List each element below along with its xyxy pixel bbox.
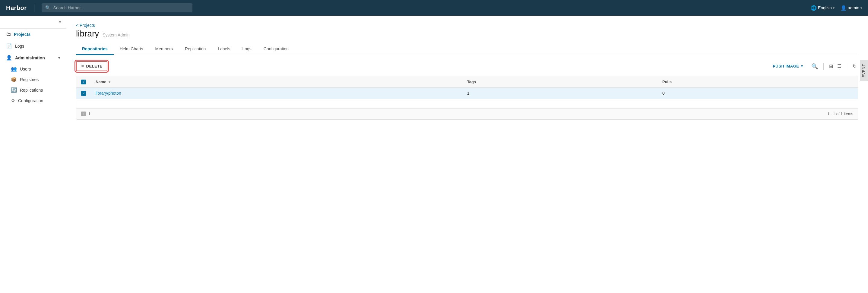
search-bar[interactable]: 🔍	[42, 3, 192, 12]
logs-icon: 📄	[6, 43, 12, 49]
language-label: English	[818, 5, 832, 10]
push-image-button[interactable]: PUSH IMAGE ▾	[769, 62, 807, 70]
administration-label: Administration	[15, 56, 45, 60]
table-header-row: ✓ Name ▾ Tags Pulls	[76, 76, 858, 88]
tab-replication[interactable]: Replication	[179, 43, 212, 55]
name-column-header[interactable]: Name ▾	[91, 76, 462, 88]
projects-icon: 🗂	[6, 32, 11, 37]
search-icon: 🔍	[45, 5, 51, 10]
repositories-table-wrapper: ✓ Name ▾ Tags Pulls	[76, 76, 858, 120]
layout: « 🗂 Projects 📄 Logs 👤 Administration ▾ 👥…	[0, 16, 868, 293]
nav-divider	[34, 4, 34, 12]
footer-selected-count: 1	[88, 111, 91, 116]
tab-helm-charts[interactable]: Helm Charts	[114, 43, 149, 55]
table-empty-spacer	[76, 99, 858, 108]
footer-pagination: 1 - 1 of 1 items	[827, 111, 853, 116]
toolbar-divider-2	[847, 63, 847, 70]
repositories-table: ✓ Name ▾ Tags Pulls	[76, 76, 858, 108]
sidebar-item-label: Logs	[15, 44, 24, 48]
select-all-th: ✓	[76, 76, 91, 88]
table-header: ✓ Name ▾ Tags Pulls	[76, 76, 858, 88]
sidebar-item-users[interactable]: 👥 Users	[6, 64, 66, 74]
delete-button[interactable]: ✕ DELETE	[76, 61, 107, 71]
tab-members[interactable]: Members	[149, 43, 179, 55]
topnav-right: 🌐 English ▾ 👤 admin ▾	[811, 5, 862, 11]
sidebar-admin-sub: 👥 Users 📦 Registries 🔄 Replications ⚙ Co…	[0, 64, 66, 106]
sidebar-item-logs[interactable]: 📄 Logs	[0, 40, 66, 52]
sidebar-collapse-area: «	[0, 16, 66, 29]
sidebar-item-label: Projects	[14, 32, 30, 37]
search-input[interactable]	[53, 5, 189, 10]
table-body: ✓ library/photon 1 0	[76, 88, 858, 108]
sidebar-section-administration[interactable]: 👤 Administration ▾	[0, 52, 66, 64]
sidebar-item-label: Replications	[20, 88, 43, 93]
chevron-down-icon: ▾	[801, 64, 803, 68]
users-icon: 👥	[11, 66, 17, 72]
globe-icon: 🌐	[811, 5, 817, 11]
repo-name-cell: library/photon	[91, 88, 462, 99]
tab-configuration[interactable]: Configuration	[257, 43, 294, 55]
registries-icon: 📦	[11, 76, 17, 82]
table-footer: ✓ 1 1 - 1 of 1 items	[76, 108, 858, 119]
sidebar-collapse-button[interactable]: «	[59, 19, 61, 25]
row-checkbox-cell: ✓	[76, 88, 91, 99]
row-checkbox[interactable]: ✓	[81, 91, 86, 96]
topnav: Harbor 🔍 🌐 English ▾ 👤 admin ▾	[0, 0, 868, 16]
tab-repositories[interactable]: Repositories	[76, 43, 114, 55]
x-icon: ✕	[81, 64, 85, 68]
chevron-down-icon: ▾	[833, 6, 835, 10]
admin-icon: 👤	[6, 55, 12, 61]
user-icon: 👤	[841, 5, 846, 11]
sidebar-item-projects[interactable]: 🗂 Projects	[0, 29, 66, 40]
chevron-down-icon: ▾	[861, 6, 862, 10]
sort-icon: ▾	[108, 80, 111, 84]
tabs-bar: Repositories Helm Charts Members Replica…	[76, 43, 858, 55]
grid-icon: ⊞	[829, 64, 833, 69]
user-menu[interactable]: 👤 admin ▾	[841, 5, 862, 11]
page-header: library System Admin	[76, 29, 858, 39]
event-log-tab[interactable]: EVENT	[860, 60, 868, 81]
toolbar: ✕ DELETE PUSH IMAGE ▾ 🔍 ⊞	[76, 61, 858, 71]
view-toggle: ⊞ ☰	[827, 62, 843, 70]
refresh-button[interactable]: ↻	[851, 62, 858, 70]
pulls-cell: 0	[657, 88, 858, 99]
sidebar-item-configuration[interactable]: ⚙ Configuration	[6, 95, 66, 106]
tab-logs[interactable]: Logs	[237, 43, 257, 55]
sidebar-item-label: Configuration	[18, 98, 43, 103]
grid-view-button[interactable]: ⊞	[827, 62, 835, 70]
breadcrumb[interactable]: < Projects	[76, 23, 858, 28]
page-title: library	[76, 29, 99, 39]
toolbar-right: PUSH IMAGE ▾ 🔍 ⊞ ☰	[769, 62, 858, 71]
select-all-checkbox[interactable]: ✓	[81, 79, 86, 85]
refresh-icon: ↻	[852, 64, 857, 69]
list-view-button[interactable]: ☰	[835, 62, 843, 70]
chevron-down-icon: ▾	[58, 56, 60, 60]
pulls-column-header: Pulls	[657, 76, 858, 88]
sidebar: « 🗂 Projects 📄 Logs 👤 Administration ▾ 👥…	[0, 16, 66, 293]
repo-link[interactable]: library/photon	[96, 91, 121, 96]
app-logo: Harbor	[6, 4, 27, 11]
language-selector[interactable]: 🌐 English ▾	[811, 5, 835, 11]
sidebar-item-label: Registries	[20, 77, 39, 82]
content-area: < Projects library System Admin Reposito…	[66, 16, 868, 127]
user-label: admin	[848, 5, 859, 10]
tab-labels[interactable]: Labels	[212, 43, 236, 55]
footer-checkbox[interactable]: ✓	[81, 111, 86, 116]
search-toggle-button[interactable]: 🔍	[809, 62, 820, 71]
list-icon: ☰	[837, 64, 841, 69]
tags-column-header: Tags	[462, 76, 657, 88]
configuration-icon: ⚙	[11, 98, 15, 103]
main-content: < Projects library System Admin Reposito…	[66, 16, 868, 293]
table-row: ✓ library/photon 1 0	[76, 88, 858, 99]
toolbar-left: ✕ DELETE	[76, 61, 107, 71]
search-icon: 🔍	[811, 63, 818, 69]
tags-cell: 1	[462, 88, 657, 99]
replications-icon: 🔄	[11, 87, 17, 93]
page-subtitle: System Admin	[102, 33, 129, 37]
sidebar-item-registries[interactable]: 📦 Registries	[6, 74, 66, 85]
sidebar-item-replications[interactable]: 🔄 Replications	[6, 85, 66, 95]
sidebar-item-label: Users	[20, 67, 31, 71]
